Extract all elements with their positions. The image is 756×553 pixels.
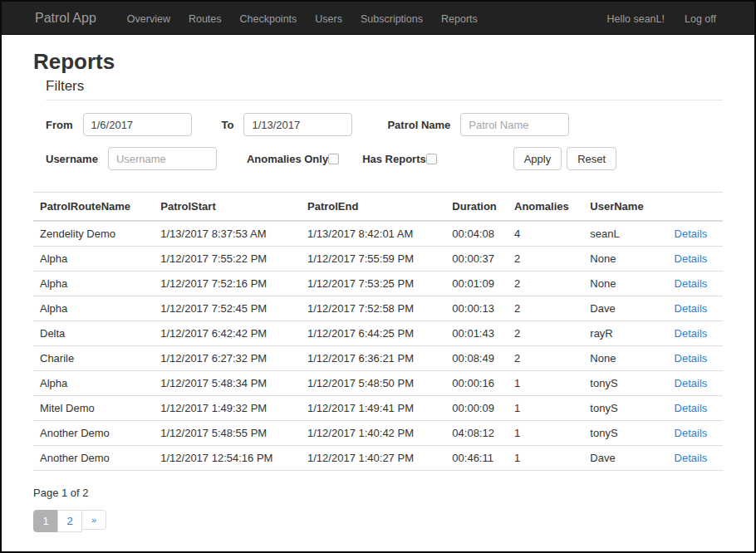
table-cell: 1/12/2017 1:49:41 PM <box>301 396 445 421</box>
navbar-brand[interactable]: Patrol App <box>35 11 96 26</box>
filter-row-options: Username Anomalies Only Has Reports Appl… <box>46 147 723 170</box>
table-cell-actions: Details <box>668 371 723 396</box>
reports-table: PatrolRouteNamePatrolStartPatrolEndDurat… <box>33 192 723 471</box>
table-cell: Dave <box>583 296 667 321</box>
page-title: Reports <box>33 49 723 75</box>
pagination-page-2[interactable]: 2 <box>57 510 82 532</box>
table-cell: 1/12/2017 5:48:50 PM <box>301 371 445 396</box>
table-cell: 1/13/2017 8:37:53 AM <box>154 221 301 247</box>
table-cell: 2 <box>508 321 583 346</box>
has-reports-checkbox[interactable] <box>426 154 437 164</box>
table-cell: 4 <box>508 221 583 247</box>
table-row: Alpha1/12/2017 5:48:34 PM1/12/2017 5:48:… <box>33 371 723 396</box>
nav-item-reports[interactable]: Reports <box>432 13 487 25</box>
table-row: Delta1/12/2017 6:42:42 PM1/12/2017 6:44:… <box>33 321 723 346</box>
table-cell: tonyS <box>583 371 667 396</box>
table-cell-actions: Details <box>668 346 723 371</box>
anomalies-only-label: Anomalies Only <box>247 153 328 165</box>
table-row: Zendelity Demo1/13/2017 8:37:53 AM1/13/2… <box>33 221 723 247</box>
table-cell: 1/12/2017 7:53:25 PM <box>301 272 445 296</box>
nav-item-checkpoints[interactable]: Checkpoints <box>231 13 307 25</box>
column-header-patrolstart: PatrolStart <box>154 193 301 222</box>
navbar-links: OverviewRoutesCheckpointsUsersSubscripti… <box>118 11 487 26</box>
table-cell: 00:08:49 <box>445 346 508 371</box>
pagination-page-1[interactable]: 1 <box>33 510 58 532</box>
table-cell: 1 <box>508 446 583 471</box>
table-cell: 2 <box>508 346 583 371</box>
table-row: Another Demo1/12/2017 5:48:55 PM1/12/201… <box>33 421 723 446</box>
table-cell: tonyS <box>583 421 667 446</box>
table-cell: 1/12/2017 6:42:42 PM <box>154 321 301 346</box>
column-header-anomalies: Anomalies <box>508 193 583 222</box>
table-cell: None <box>583 247 667 272</box>
details-link[interactable]: Details <box>675 277 708 290</box>
table-cell: 1/12/2017 7:52:16 PM <box>154 272 301 296</box>
logoff-link[interactable]: Log off <box>675 13 726 25</box>
filters-section: Filters From To Patrol Name Username Ano… <box>46 78 723 170</box>
table-cell: 1 <box>508 396 583 421</box>
table-cell: None <box>583 346 667 371</box>
table-cell: 1/12/2017 1:49:32 PM <box>154 396 301 421</box>
details-link[interactable]: Details <box>675 402 708 414</box>
table-cell: Another Demo <box>33 446 154 471</box>
nav-item-users[interactable]: Users <box>306 13 351 25</box>
has-reports-label: Has Reports <box>362 153 426 165</box>
table-cell: 00:01:09 <box>445 272 508 296</box>
pagination-next-button[interactable]: » <box>81 510 106 530</box>
table-cell: Alpha <box>33 371 154 396</box>
table-cell-actions: Details <box>668 247 723 272</box>
table-cell: Zendelity Demo <box>33 221 154 247</box>
table-cell: 00:00:09 <box>445 396 508 421</box>
table-row: Alpha1/12/2017 7:55:22 PM1/12/2017 7:55:… <box>33 247 723 272</box>
table-cell-actions: Details <box>668 396 723 421</box>
filters-legend: Filters <box>46 78 723 100</box>
anomalies-only-checkbox[interactable] <box>328 154 339 164</box>
navbar-right: Hello seanL! Log off <box>596 11 726 26</box>
apply-button[interactable]: Apply <box>513 147 562 170</box>
table-cell-actions: Details <box>668 446 723 471</box>
table-cell: 00:00:13 <box>445 296 508 321</box>
table-cell: 00:00:16 <box>445 371 508 396</box>
table-cell: 1/12/2017 7:55:59 PM <box>301 247 445 272</box>
table-cell: seanL <box>583 221 667 247</box>
details-link[interactable]: Details <box>675 302 708 315</box>
table-cell: 1/13/2017 8:42:01 AM <box>301 221 445 247</box>
username-input[interactable] <box>108 147 217 170</box>
details-link[interactable]: Details <box>675 228 708 240</box>
nav-item-overview[interactable]: Overview <box>118 13 179 25</box>
table-row: Charile1/12/2017 6:27:32 PM1/12/2017 6:3… <box>33 346 723 371</box>
details-link[interactable]: Details <box>675 452 708 464</box>
username-label: Username <box>46 153 98 165</box>
from-date-input[interactable] <box>83 113 192 136</box>
details-link[interactable]: Details <box>675 352 708 365</box>
table-cell: 00:01:43 <box>445 321 508 346</box>
details-link[interactable]: Details <box>675 252 708 265</box>
table-cell: 2 <box>508 247 583 272</box>
table-cell-actions: Details <box>668 221 723 247</box>
table-row: Another Demo1/12/2017 12:54:16 PM1/12/20… <box>33 446 723 471</box>
table-row: Mitel Demo1/12/2017 1:49:32 PM1/12/2017 … <box>33 396 723 421</box>
table-cell: Dave <box>583 446 667 471</box>
table-cell: Mitel Demo <box>33 396 154 421</box>
column-header-duration: Duration <box>445 193 508 222</box>
column-header-actions <box>668 193 723 222</box>
nav-item-routes[interactable]: Routes <box>179 13 231 25</box>
reset-button[interactable]: Reset <box>567 147 616 170</box>
details-link[interactable]: Details <box>675 427 708 439</box>
details-link[interactable]: Details <box>675 377 708 389</box>
filter-row-dates: From To Patrol Name <box>46 113 723 136</box>
table-cell: Charile <box>33 346 154 371</box>
table-cell-actions: Details <box>668 421 723 446</box>
patrol-name-input[interactable] <box>460 113 569 136</box>
column-header-patrolroutename: PatrolRouteName <box>33 193 154 222</box>
pagination-status: Page 1 of 2 <box>33 487 723 499</box>
table-cell: 1/12/2017 12:54:16 PM <box>154 446 301 471</box>
to-date-input[interactable] <box>243 113 352 136</box>
navbar: Patrol App OverviewRoutesCheckpointsUser… <box>2 2 754 35</box>
table-row: Alpha1/12/2017 7:52:16 PM1/12/2017 7:53:… <box>33 272 723 296</box>
nav-item-subscriptions[interactable]: Subscriptions <box>351 13 432 25</box>
navbar-greeting-link[interactable]: Hello seanL! <box>596 13 675 25</box>
table-cell: 2 <box>508 272 583 296</box>
table-cell: 1/12/2017 7:52:45 PM <box>154 296 301 321</box>
details-link[interactable]: Details <box>675 327 708 340</box>
